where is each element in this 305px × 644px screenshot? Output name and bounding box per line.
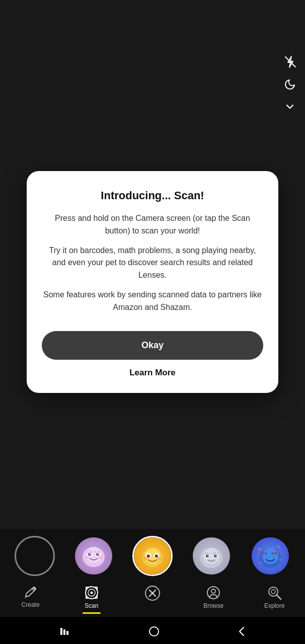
browse-label: Browse bbox=[203, 602, 223, 609]
system-nav-bar bbox=[0, 617, 305, 644]
svg-point-30 bbox=[96, 553, 99, 556]
svg-point-32 bbox=[98, 553, 99, 554]
svg-rect-84 bbox=[60, 628, 62, 635]
svg-line-64 bbox=[213, 553, 214, 554]
svg-point-48 bbox=[155, 554, 158, 557]
sys-home-button[interactable] bbox=[140, 623, 168, 639]
svg-rect-85 bbox=[63, 629, 65, 635]
svg-point-82 bbox=[271, 590, 275, 594]
lens-2-preview bbox=[134, 537, 171, 575]
lens-1[interactable] bbox=[73, 536, 114, 576]
svg-point-52 bbox=[157, 557, 162, 560]
scan-indicator bbox=[83, 612, 101, 614]
okay-button[interactable]: Okay bbox=[42, 331, 263, 360]
bottom-section: ♥ ♥ ♥ ♥ Create bbox=[0, 529, 305, 644]
sys-back-button[interactable] bbox=[230, 623, 254, 639]
nav-scan[interactable]: Scan bbox=[71, 585, 112, 614]
explore-label: Explore bbox=[264, 602, 285, 609]
scan-icon bbox=[84, 585, 99, 600]
moon-icon bbox=[284, 78, 296, 91]
lens-3[interactable] bbox=[191, 536, 232, 576]
scan-intro-modal: Introducing... Scan! Press and hold on t… bbox=[27, 171, 278, 393]
modal-body-3: Some features work by sending scanned da… bbox=[42, 289, 263, 314]
lens-4[interactable]: ♥ ♥ ♥ ♥ bbox=[250, 536, 290, 576]
sys-menu-button[interactable] bbox=[51, 623, 79, 639]
lens-4-svg: ♥ ♥ ♥ ♥ bbox=[255, 541, 285, 571]
svg-rect-86 bbox=[66, 631, 68, 635]
explore-icon bbox=[267, 585, 282, 600]
lens-empty[interactable] bbox=[15, 536, 55, 576]
svg-point-31 bbox=[90, 553, 91, 554]
flash-off-icon bbox=[284, 55, 297, 68]
svg-text:♥: ♥ bbox=[259, 561, 261, 565]
svg-point-40 bbox=[98, 556, 103, 559]
expand-button[interactable] bbox=[284, 101, 297, 113]
svg-point-59 bbox=[207, 555, 208, 556]
svg-point-29 bbox=[88, 553, 91, 556]
svg-point-75 bbox=[90, 592, 93, 594]
sys-back-icon bbox=[238, 626, 246, 637]
capture-icon bbox=[144, 585, 161, 601]
lens-3-preview bbox=[193, 537, 230, 575]
lens-2-active[interactable] bbox=[132, 536, 173, 576]
sys-menu-icon bbox=[59, 627, 70, 636]
svg-line-63 bbox=[209, 553, 209, 554]
right-icons bbox=[284, 55, 297, 113]
lens-1-svg bbox=[79, 541, 109, 571]
scan-label: Scan bbox=[85, 602, 98, 609]
modal-title: Introducing... Scan! bbox=[42, 189, 263, 202]
svg-point-79 bbox=[207, 587, 219, 599]
night-mode-button[interactable] bbox=[284, 78, 297, 91]
svg-point-39 bbox=[85, 556, 90, 559]
svg-point-51 bbox=[143, 557, 148, 560]
learn-more-button[interactable]: Learn More bbox=[42, 368, 263, 378]
svg-point-60 bbox=[215, 555, 216, 556]
svg-line-35 bbox=[91, 551, 92, 553]
svg-point-47 bbox=[147, 554, 150, 557]
chevron-down-icon bbox=[284, 101, 296, 113]
create-label: Create bbox=[22, 601, 40, 608]
lens-3-svg bbox=[196, 541, 226, 571]
nav-create[interactable]: Create bbox=[11, 585, 51, 613]
svg-point-58 bbox=[214, 554, 217, 557]
svg-text:♥: ♥ bbox=[258, 546, 261, 552]
svg-point-80 bbox=[211, 589, 215, 593]
svg-text:♥: ♥ bbox=[277, 544, 280, 549]
lens-row: ♥ ♥ ♥ ♥ bbox=[0, 529, 305, 580]
svg-point-87 bbox=[149, 627, 159, 636]
lens-1-preview bbox=[75, 537, 112, 575]
lens-2-svg bbox=[137, 541, 168, 571]
svg-line-66 bbox=[217, 553, 217, 554]
nav-explore[interactable]: Explore bbox=[254, 585, 294, 614]
svg-point-50 bbox=[157, 555, 158, 556]
lens-4-preview: ♥ ♥ ♥ ♥ bbox=[252, 537, 289, 575]
create-icon bbox=[24, 585, 38, 599]
bottom-nav: Create Scan bbox=[0, 580, 305, 617]
svg-line-36 bbox=[96, 551, 96, 553]
nav-browse[interactable]: Browse bbox=[193, 585, 234, 614]
nav-home[interactable] bbox=[132, 585, 173, 608]
svg-point-49 bbox=[148, 555, 149, 556]
svg-line-83 bbox=[277, 595, 281, 599]
svg-point-57 bbox=[206, 554, 209, 557]
svg-line-61 bbox=[205, 553, 206, 554]
modal-body-1: Press and hold on the Camera screen (or … bbox=[42, 212, 263, 237]
modal-body-2: Try it on barcodes, math problems, a son… bbox=[42, 245, 263, 282]
svg-line-33 bbox=[88, 551, 88, 553]
svg-text:♥: ♥ bbox=[279, 558, 281, 561]
browse-icon bbox=[206, 585, 221, 600]
flash-off-button[interactable] bbox=[284, 55, 297, 68]
svg-line-38 bbox=[99, 551, 100, 553]
sys-home-icon bbox=[148, 626, 160, 637]
